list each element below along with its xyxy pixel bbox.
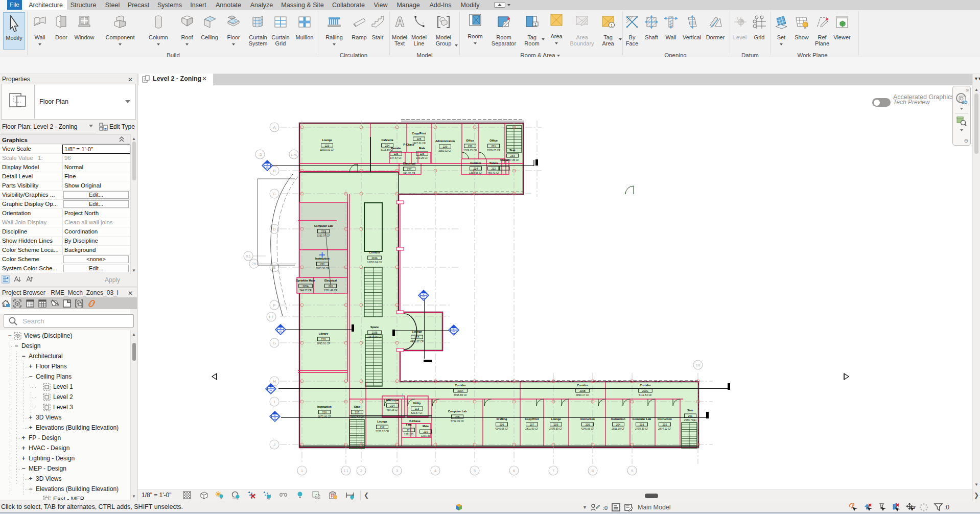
- svg-text:216: 216: [322, 411, 327, 414]
- svg-text:6: 6: [513, 469, 516, 473]
- svg-text:G: G: [273, 341, 276, 345]
- svg-text:25: 25: [252, 262, 256, 266]
- svg-text:203: 203: [640, 423, 644, 426]
- svg-text:I: I: [274, 400, 275, 404]
- svg-text:3063.36 CF: 3063.36 CF: [316, 267, 329, 270]
- svg-text:Computer Lab: Computer Lab: [448, 410, 467, 413]
- svg-text:225: 225: [417, 137, 422, 141]
- svg-text:10: 10: [696, 363, 701, 367]
- svg-text:Stair: Stair: [354, 405, 361, 408]
- svg-text:1291.33: 1291.33: [421, 434, 430, 437]
- svg-text:224: 224: [385, 144, 390, 147]
- svg-text:Chase: Chase: [500, 158, 508, 161]
- svg-text:Lounge: Lounge: [377, 420, 387, 423]
- svg-text:3126.12 CF: 3126.12 CF: [376, 430, 389, 433]
- svg-text:1781.49 CF: 1781.49 CF: [324, 289, 337, 292]
- svg-text:1: 1: [534, 22, 537, 27]
- svg-text:529.67 CF: 529.67 CF: [411, 411, 423, 414]
- svg-text:F.1: F.1: [269, 315, 274, 319]
- svg-text:2811.90 CF: 2811.90 CF: [612, 427, 625, 430]
- svg-text:13053.04 CF: 13053.04 CF: [367, 261, 382, 264]
- svg-text:Corridor: Corridor: [455, 384, 466, 387]
- svg-text:4485.87 CF: 4485.87 CF: [410, 340, 424, 343]
- svg-text:0.1: 0.1: [246, 254, 250, 258]
- svg-text:Cafeteria: Cafeteria: [381, 138, 393, 142]
- svg-text:Corridor: Corridor: [577, 384, 588, 387]
- svg-text:227: 227: [407, 168, 412, 171]
- svg-text:4: 4: [434, 469, 437, 473]
- svg-text:5112.54 CF: 5112.54 CF: [639, 393, 652, 396]
- svg-text:225: 225: [394, 152, 399, 155]
- svg-text:205: 205: [586, 423, 590, 426]
- svg-text:Corridor: Corridor: [369, 251, 380, 254]
- svg-text:4246.06 CF: 4246.06 CF: [581, 427, 594, 430]
- svg-text:4246.06 CF: 4246.06 CF: [495, 427, 508, 430]
- svg-text:Sprinkler Main: Sprinkler Main: [296, 279, 315, 282]
- svg-text:221: 221: [320, 263, 325, 266]
- svg-text:207: 207: [530, 423, 534, 426]
- svg-text:Office: Office: [466, 139, 474, 142]
- svg-text:3382.92 CF: 3382.92 CF: [438, 149, 452, 152]
- svg-text:J: J: [273, 442, 275, 447]
- svg-text:2195: 2195: [371, 331, 377, 334]
- svg-text:218: 218: [321, 338, 326, 341]
- svg-text:1358.66 CF: 1358.66 CF: [469, 171, 482, 174]
- svg-text:6895.91 CF: 6895.91 CF: [317, 342, 330, 345]
- svg-text:2874.12 CF: 2874.12 CF: [658, 427, 671, 430]
- svg-text:Administration: Administration: [435, 139, 455, 143]
- svg-text:D: D: [273, 227, 276, 231]
- svg-text:200C: 200C: [642, 389, 648, 392]
- svg-text:3: 3: [396, 469, 399, 473]
- svg-text:7: 7: [552, 469, 555, 473]
- svg-text::0: :0: [944, 504, 949, 511]
- svg-text:8: 8: [592, 469, 594, 473]
- svg-text:Computer Lab: Computer Lab: [314, 224, 333, 227]
- svg-text:211: 211: [407, 429, 411, 432]
- svg-text:233: 233: [510, 154, 515, 157]
- svg-text:212: 212: [380, 426, 385, 429]
- svg-text:-1: -1: [735, 16, 738, 20]
- svg-text:2799.39 CF: 2799.39 CF: [635, 427, 648, 430]
- svg-text:Female: Female: [391, 147, 401, 150]
- svg-text:226: 226: [420, 152, 425, 155]
- svg-text:C: C: [273, 192, 276, 196]
- svg-text:E: E: [273, 265, 275, 270]
- svg-text:Electrical: Electrical: [403, 162, 415, 165]
- svg-text:222: 222: [321, 230, 326, 233]
- svg-text:5: 5: [474, 469, 476, 473]
- svg-text:466.43 CF: 466.43 CF: [487, 171, 499, 174]
- svg-text:2: 2: [360, 469, 363, 473]
- svg-text:Corridor: Corridor: [470, 161, 481, 165]
- svg-text:.5: .5: [259, 152, 262, 157]
- svg-text:220A: 220A: [302, 285, 309, 288]
- svg-text:216A: 216A: [371, 256, 378, 260]
- svg-text:206: 206: [500, 423, 504, 426]
- svg-text:1.75: 1.75: [291, 153, 297, 156]
- svg-text:214: 214: [390, 404, 395, 407]
- svg-text:209: 209: [554, 423, 558, 426]
- svg-text:460.16 CF: 460.16 CF: [386, 408, 398, 411]
- svg-text:2009.65 CF: 2009.65 CF: [487, 149, 500, 152]
- svg-text:9: 9: [631, 469, 634, 473]
- svg-text:H: H: [273, 379, 276, 384]
- svg-text:Corridor: Corridor: [640, 384, 651, 387]
- svg-text:215: 215: [415, 336, 419, 339]
- svg-text:230: 230: [468, 145, 473, 148]
- svg-text:11593.01 CF: 11593.01 CF: [320, 148, 335, 151]
- svg-text:Toilets: Toilets: [489, 161, 498, 165]
- svg-text:Lounge: Lounge: [322, 138, 332, 142]
- svg-text:204: 204: [616, 423, 621, 426]
- svg-text:2283.45 CF: 2283.45 CF: [351, 415, 364, 418]
- svg-text:Space: Space: [370, 325, 379, 329]
- svg-text:544.27 CF: 544.27 CF: [299, 289, 311, 292]
- svg-text:231: 231: [492, 145, 496, 148]
- svg-text:6995.86 CF: 6995.86 CF: [454, 393, 467, 396]
- svg-text:147.67 CF: 147.67 CF: [390, 156, 402, 159]
- svg-text:210: 210: [424, 430, 428, 433]
- svg-text:F: F: [273, 303, 276, 308]
- svg-text:Male: Male: [423, 425, 429, 428]
- svg-text:Office: Office: [489, 139, 497, 142]
- svg-text:223: 223: [325, 144, 330, 147]
- svg-text:P-Chase: P-Chase: [403, 143, 414, 146]
- svg-text:4890.17 CF: 4890.17 CF: [576, 393, 589, 396]
